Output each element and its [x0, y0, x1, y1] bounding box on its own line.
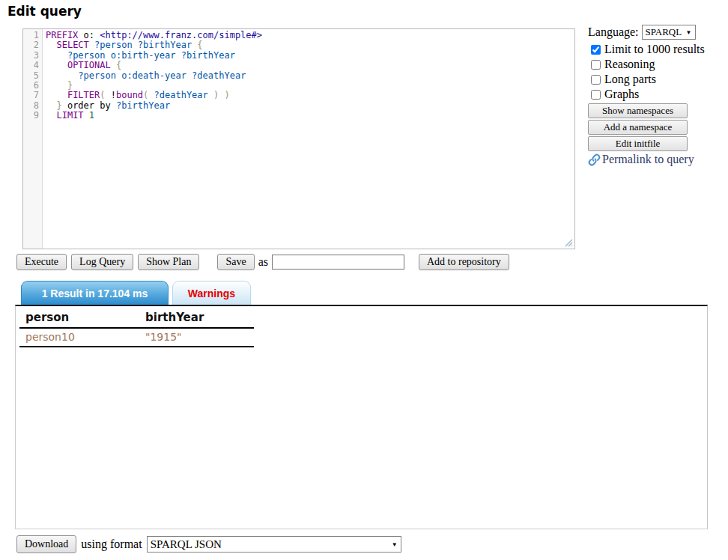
tab-warnings[interactable]: Warnings — [172, 281, 251, 305]
code-line[interactable]: SELECT ?person ?birthYear { — [46, 40, 574, 50]
code-line[interactable]: LIMIT 1 — [46, 111, 574, 121]
code-lines[interactable]: PREFIX o: <http://www.franz.com/simple#>… — [43, 29, 574, 249]
query-editor[interactable]: 123456789 PREFIX o: <http://www.franz.co… — [22, 28, 575, 249]
line-number: 1 — [23, 31, 39, 40]
show-plan-button[interactable]: Show Plan — [138, 254, 199, 270]
download-row: Download using format SPARQL JSON ▼ — [16, 535, 401, 553]
option-checkbox[interactable] — [591, 45, 601, 55]
option-checkbox[interactable] — [591, 75, 601, 85]
results-tabs: 1 Result in 17.104 ms Warnings — [15, 281, 251, 305]
code-line[interactable]: } order by ?birthYear — [46, 101, 574, 111]
show-namespaces-button[interactable]: Show namespaces — [588, 103, 688, 118]
permalink-to-query-link[interactable]: Permalink to query — [588, 153, 727, 166]
options-panel: Language: SPARQL ▼ Limit to 1000 results… — [588, 25, 727, 166]
page-title: Edit query — [7, 4, 82, 19]
table-cell: "1915" — [139, 328, 254, 347]
line-number: 9 — [23, 111, 39, 121]
save-name-input[interactable] — [272, 255, 404, 270]
table-cell[interactable]: person10 — [19, 328, 139, 347]
format-select-value: SPARQL JSON — [151, 538, 222, 551]
chevron-down-icon: ▼ — [392, 541, 398, 548]
column-header-person: person — [19, 308, 139, 328]
option-checkbox[interactable] — [591, 60, 601, 70]
column-header-birthyear: birthYear — [139, 308, 254, 328]
line-number: 7 — [23, 91, 39, 100]
format-label: using format — [81, 538, 142, 551]
format-select[interactable]: SPARQL JSON ▼ — [147, 536, 401, 553]
actions-row: ExecuteLog QueryShow Plan Save as Add to… — [16, 254, 509, 270]
code-line[interactable]: } — [46, 81, 574, 91]
code-line[interactable]: ?person o:birth-year ?birthYear — [46, 51, 574, 61]
line-number: 8 — [23, 101, 39, 111]
option-checkbox-label: Graphs — [604, 88, 639, 101]
code-line[interactable]: FILTER( !bound( ?deathYear ) ) — [46, 91, 574, 100]
action-buttons: ExecuteLog QueryShow Plan — [16, 254, 204, 270]
code-line[interactable]: OPTIONAL { — [46, 61, 574, 70]
code-line[interactable]: ?person o:death-year ?deathYear — [46, 71, 574, 81]
tab-results[interactable]: 1 Result in 17.104 ms — [21, 281, 169, 305]
option-buttons: Show namespacesAdd a namespaceEdit initf… — [588, 103, 727, 151]
add-to-repository-button[interactable]: Add to repository — [419, 254, 509, 270]
option-row-limit-to-1000-results[interactable]: Limit to 1000 results — [588, 42, 727, 57]
option-row-graphs[interactable]: Graphs — [588, 87, 727, 102]
save-button[interactable]: Save — [217, 254, 254, 270]
chevron-down-icon: ▼ — [686, 29, 692, 36]
table-row: person10"1915" — [19, 328, 254, 347]
checkbox-list: Limit to 1000 resultsReasoningLong parts… — [588, 42, 727, 102]
download-button[interactable]: Download — [16, 535, 76, 553]
option-row-reasoning[interactable]: Reasoning — [588, 57, 727, 72]
option-checkbox[interactable] — [591, 90, 601, 100]
save-as-label: as — [258, 255, 268, 269]
results-panel: personbirthYear person10"1915" — [15, 305, 708, 529]
results-body: person10"1915" — [19, 328, 254, 347]
option-row-long-parts[interactable]: Long parts — [588, 72, 727, 87]
edit-initfile-button[interactable]: Edit initfile — [588, 136, 688, 151]
line-number: 5 — [23, 71, 39, 81]
add-a-namespace-button[interactable]: Add a namespace — [588, 120, 688, 135]
line-number: 4 — [23, 61, 39, 70]
execute-button[interactable]: Execute — [16, 254, 67, 270]
results-header-row: personbirthYear — [19, 308, 254, 328]
line-numbers: 123456789 — [23, 29, 43, 249]
log-query-button[interactable]: Log Query — [71, 254, 133, 270]
resize-grip-icon[interactable] — [563, 237, 573, 247]
language-select[interactable]: SPARQL ▼ — [642, 25, 696, 40]
permalink-label: Permalink to query — [602, 153, 694, 166]
code-line[interactable]: PREFIX o: <http://www.franz.com/simple#> — [46, 31, 574, 40]
option-checkbox-label: Long parts — [604, 73, 656, 86]
line-number: 2 — [23, 40, 39, 50]
option-checkbox-label: Limit to 1000 results — [604, 43, 705, 56]
results-table: personbirthYear person10"1915" — [19, 308, 254, 347]
option-checkbox-label: Reasoning — [604, 58, 655, 71]
line-number: 6 — [23, 81, 39, 91]
language-label: Language: — [588, 25, 639, 39]
line-number: 3 — [23, 51, 39, 61]
language-select-value: SPARQL — [646, 26, 682, 38]
link-icon — [588, 153, 601, 166]
